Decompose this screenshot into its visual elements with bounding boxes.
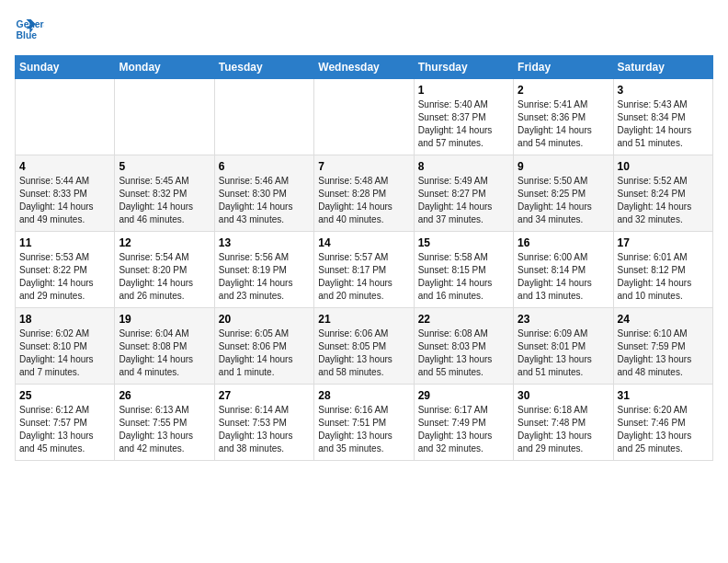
day-info: Sunrise: 5:46 AM Sunset: 8:30 PM Dayligh… bbox=[219, 175, 310, 226]
day-number: 13 bbox=[219, 236, 310, 249]
day-number: 27 bbox=[219, 389, 310, 402]
day-number: 23 bbox=[518, 313, 609, 326]
calendar-cell: 7Sunrise: 5:48 AM Sunset: 8:28 PM Daylig… bbox=[314, 155, 414, 232]
calendar-cell bbox=[214, 79, 313, 155]
calendar-cell: 3Sunrise: 5:43 AM Sunset: 8:34 PM Daylig… bbox=[613, 79, 712, 155]
calendar-cell: 20Sunrise: 6:05 AM Sunset: 8:06 PM Dayli… bbox=[214, 308, 313, 385]
day-info: Sunrise: 5:52 AM Sunset: 8:24 PM Dayligh… bbox=[618, 175, 709, 226]
calendar-cell: 8Sunrise: 5:49 AM Sunset: 8:27 PM Daylig… bbox=[414, 155, 513, 232]
day-info: Sunrise: 5:56 AM Sunset: 8:19 PM Dayligh… bbox=[219, 251, 310, 303]
day-info: Sunrise: 5:50 AM Sunset: 8:25 PM Dayligh… bbox=[518, 175, 609, 226]
day-number: 20 bbox=[219, 313, 310, 326]
calendar-cell: 29Sunrise: 6:17 AM Sunset: 7:49 PM Dayli… bbox=[414, 385, 513, 461]
day-number: 1 bbox=[418, 84, 509, 97]
day-info: Sunrise: 6:05 AM Sunset: 8:06 PM Dayligh… bbox=[219, 327, 310, 379]
logo-icon: General Blue bbox=[15, 15, 44, 44]
calendar-cell bbox=[16, 79, 115, 155]
calendar-body: 1Sunrise: 5:40 AM Sunset: 8:37 PM Daylig… bbox=[16, 79, 713, 461]
calendar-cell: 16Sunrise: 6:00 AM Sunset: 8:14 PM Dayli… bbox=[514, 232, 613, 308]
calendar-cell: 4Sunrise: 5:44 AM Sunset: 8:33 PM Daylig… bbox=[16, 155, 115, 232]
day-info: Sunrise: 5:45 AM Sunset: 8:32 PM Dayligh… bbox=[119, 175, 210, 226]
day-info: Sunrise: 5:41 AM Sunset: 8:36 PM Dayligh… bbox=[518, 98, 609, 150]
day-info: Sunrise: 6:17 AM Sunset: 7:49 PM Dayligh… bbox=[418, 404, 509, 455]
calendar-cell: 21Sunrise: 6:06 AM Sunset: 8:05 PM Dayli… bbox=[314, 308, 414, 385]
day-info: Sunrise: 6:00 AM Sunset: 8:14 PM Dayligh… bbox=[518, 251, 609, 303]
day-number: 25 bbox=[19, 389, 110, 402]
day-info: Sunrise: 6:14 AM Sunset: 7:53 PM Dayligh… bbox=[219, 404, 310, 455]
day-info: Sunrise: 6:12 AM Sunset: 7:57 PM Dayligh… bbox=[19, 404, 110, 455]
calendar-cell bbox=[314, 79, 414, 155]
day-number: 19 bbox=[119, 313, 210, 326]
day-number: 24 bbox=[618, 313, 709, 326]
weekday-header: Wednesday bbox=[314, 56, 414, 79]
day-number: 14 bbox=[318, 236, 409, 249]
calendar-cell: 5Sunrise: 5:45 AM Sunset: 8:32 PM Daylig… bbox=[115, 155, 214, 232]
calendar-table: SundayMondayTuesdayWednesdayThursdayFrid… bbox=[15, 55, 713, 461]
day-info: Sunrise: 6:10 AM Sunset: 7:59 PM Dayligh… bbox=[618, 327, 709, 379]
day-info: Sunrise: 6:01 AM Sunset: 8:12 PM Dayligh… bbox=[618, 251, 709, 303]
day-info: Sunrise: 5:54 AM Sunset: 8:20 PM Dayligh… bbox=[119, 251, 210, 303]
svg-text:Blue: Blue bbox=[17, 30, 38, 40]
calendar-cell: 24Sunrise: 6:10 AM Sunset: 7:59 PM Dayli… bbox=[613, 308, 712, 385]
calendar-cell: 12Sunrise: 5:54 AM Sunset: 8:20 PM Dayli… bbox=[115, 232, 214, 308]
calendar-cell: 10Sunrise: 5:52 AM Sunset: 8:24 PM Dayli… bbox=[613, 155, 712, 232]
calendar-cell: 19Sunrise: 6:04 AM Sunset: 8:08 PM Dayli… bbox=[115, 308, 214, 385]
day-info: Sunrise: 5:58 AM Sunset: 8:15 PM Dayligh… bbox=[418, 251, 509, 303]
day-number: 17 bbox=[618, 236, 709, 249]
calendar-cell: 17Sunrise: 6:01 AM Sunset: 8:12 PM Dayli… bbox=[613, 232, 712, 308]
day-info: Sunrise: 6:09 AM Sunset: 8:01 PM Dayligh… bbox=[518, 327, 609, 379]
calendar-cell: 26Sunrise: 6:13 AM Sunset: 7:55 PM Dayli… bbox=[115, 385, 214, 461]
day-info: Sunrise: 6:13 AM Sunset: 7:55 PM Dayligh… bbox=[119, 404, 210, 455]
day-info: Sunrise: 5:49 AM Sunset: 8:27 PM Dayligh… bbox=[418, 175, 509, 226]
day-info: Sunrise: 6:16 AM Sunset: 7:51 PM Dayligh… bbox=[318, 404, 409, 455]
day-info: Sunrise: 6:08 AM Sunset: 8:03 PM Dayligh… bbox=[418, 327, 509, 379]
calendar-cell: 18Sunrise: 6:02 AM Sunset: 8:10 PM Dayli… bbox=[16, 308, 115, 385]
day-info: Sunrise: 6:04 AM Sunset: 8:08 PM Dayligh… bbox=[119, 327, 210, 379]
day-number: 26 bbox=[119, 389, 210, 402]
day-number: 10 bbox=[618, 160, 709, 173]
day-number: 30 bbox=[518, 389, 609, 402]
calendar-cell: 22Sunrise: 6:08 AM Sunset: 8:03 PM Dayli… bbox=[414, 308, 513, 385]
day-number: 12 bbox=[119, 236, 210, 249]
calendar-cell: 15Sunrise: 5:58 AM Sunset: 8:15 PM Dayli… bbox=[414, 232, 513, 308]
day-number: 15 bbox=[418, 236, 509, 249]
weekday-header: Sunday bbox=[16, 56, 115, 79]
day-number: 28 bbox=[318, 389, 409, 402]
day-info: Sunrise: 5:57 AM Sunset: 8:17 PM Dayligh… bbox=[318, 251, 409, 303]
day-info: Sunrise: 6:06 AM Sunset: 8:05 PM Dayligh… bbox=[318, 327, 409, 379]
day-number: 2 bbox=[518, 84, 609, 97]
day-number: 6 bbox=[219, 160, 310, 173]
day-info: Sunrise: 5:53 AM Sunset: 8:22 PM Dayligh… bbox=[19, 251, 110, 303]
calendar-cell bbox=[115, 79, 214, 155]
day-number: 29 bbox=[418, 389, 509, 402]
day-number: 31 bbox=[618, 389, 709, 402]
day-number: 8 bbox=[418, 160, 509, 173]
day-number: 7 bbox=[318, 160, 409, 173]
day-number: 9 bbox=[518, 160, 609, 173]
day-info: Sunrise: 5:43 AM Sunset: 8:34 PM Dayligh… bbox=[618, 98, 709, 150]
day-number: 5 bbox=[119, 160, 210, 173]
calendar-cell: 25Sunrise: 6:12 AM Sunset: 7:57 PM Dayli… bbox=[16, 385, 115, 461]
weekday-header: Friday bbox=[514, 56, 613, 79]
calendar-header: SundayMondayTuesdayWednesdayThursdayFrid… bbox=[16, 56, 713, 79]
calendar-cell: 31Sunrise: 6:20 AM Sunset: 7:46 PM Dayli… bbox=[613, 385, 712, 461]
calendar-cell: 9Sunrise: 5:50 AM Sunset: 8:25 PM Daylig… bbox=[514, 155, 613, 232]
day-number: 3 bbox=[618, 84, 709, 97]
day-info: Sunrise: 6:20 AM Sunset: 7:46 PM Dayligh… bbox=[618, 404, 709, 455]
calendar-cell: 1Sunrise: 5:40 AM Sunset: 8:37 PM Daylig… bbox=[414, 79, 513, 155]
day-info: Sunrise: 5:40 AM Sunset: 8:37 PM Dayligh… bbox=[418, 98, 509, 150]
weekday-header: Saturday bbox=[613, 56, 712, 79]
calendar-cell: 2Sunrise: 5:41 AM Sunset: 8:36 PM Daylig… bbox=[514, 79, 613, 155]
day-number: 11 bbox=[19, 236, 110, 249]
calendar-cell: 14Sunrise: 5:57 AM Sunset: 8:17 PM Dayli… bbox=[314, 232, 414, 308]
logo: General Blue bbox=[15, 15, 48, 44]
day-info: Sunrise: 6:02 AM Sunset: 8:10 PM Dayligh… bbox=[19, 327, 110, 379]
weekday-header: Tuesday bbox=[214, 56, 313, 79]
day-number: 21 bbox=[318, 313, 409, 326]
calendar-cell: 6Sunrise: 5:46 AM Sunset: 8:30 PM Daylig… bbox=[214, 155, 313, 232]
day-number: 18 bbox=[19, 313, 110, 326]
calendar-cell: 28Sunrise: 6:16 AM Sunset: 7:51 PM Dayli… bbox=[314, 385, 414, 461]
day-info: Sunrise: 5:44 AM Sunset: 8:33 PM Dayligh… bbox=[19, 175, 110, 226]
calendar-cell: 27Sunrise: 6:14 AM Sunset: 7:53 PM Dayli… bbox=[214, 385, 313, 461]
calendar-cell: 13Sunrise: 5:56 AM Sunset: 8:19 PM Dayli… bbox=[214, 232, 313, 308]
